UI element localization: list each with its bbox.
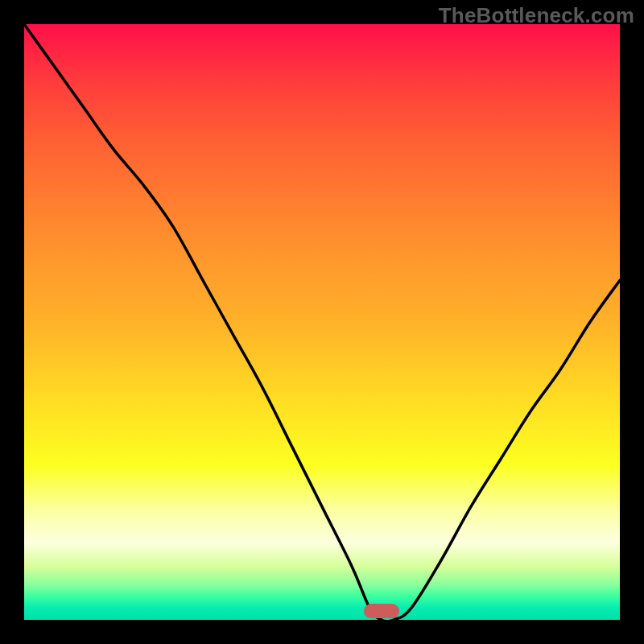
bottleneck-curve	[24, 24, 620, 620]
chart-plot-area	[24, 24, 620, 620]
optimal-range-marker	[364, 604, 399, 618]
watermark-text: TheBottleneck.com	[439, 3, 634, 28]
